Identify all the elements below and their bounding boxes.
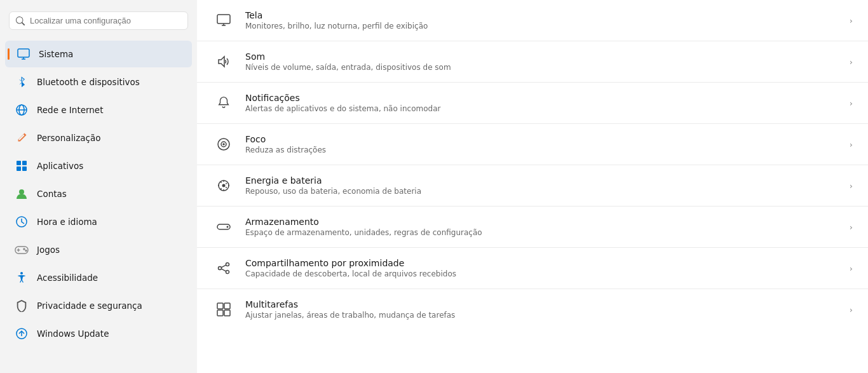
search-box[interactable] [9,11,188,30]
sidebar-label-windows-update: Windows Update [37,329,109,339]
compartilhamento-text: Compartilhamento por proximidade Capacid… [245,258,839,278]
svg-point-17 [20,272,23,275]
settings-list: Tela Monitores, brilho, luz noturna, per… [197,0,868,330]
energia-chevron: › [850,181,853,191]
energia-title: Energia e bateria [245,175,839,186]
sidebar: Sistema Bluetooth e dispositivos Rede e … [0,0,197,373]
energia-text: Energia e bateria Repouso, uso da bateri… [245,175,839,196]
sidebar-item-jogos[interactable]: Jogos [5,236,192,263]
aplicativos-icon [14,158,29,173]
energia-icon [212,174,235,197]
som-desc: Níveis de volume, saída, entrada, dispos… [245,63,839,72]
compartilhamento-title: Compartilhamento por proximidade [245,258,839,268]
sidebar-item-acessibilidade[interactable]: Acessibilidade [5,264,192,291]
svg-point-15 [24,248,25,250]
armazenamento-title: Armazenamento [245,217,839,227]
sidebar-item-sistema[interactable]: Sistema [5,41,192,67]
settings-item-compartilhamento[interactable]: Compartilhamento por proximidade Capacid… [197,248,868,289]
sidebar-label-jogos: Jogos [37,245,60,255]
tela-title: Tela [245,10,839,20]
settings-item-som[interactable]: Som Níveis de volume, saída, entrada, di… [197,41,868,83]
foco-title: Foco [245,134,839,144]
som-chevron: › [850,57,853,67]
notificacoes-desc: Alertas de aplicativos e do sistema, não… [245,104,839,113]
svg-point-31 [219,267,222,270]
notificacoes-chevron: › [850,98,853,108]
svg-line-34 [222,269,226,271]
notificacoes-title: Notificações [245,93,839,103]
sidebar-label-aplicativos: Aplicativos [37,161,83,171]
svg-point-27 [222,184,226,187]
compartilhamento-icon [212,257,235,280]
multitarefas-title: Multitarefas [245,299,839,309]
sidebar-item-hora[interactable]: Hora e idioma [5,208,192,235]
contas-icon [14,186,29,201]
svg-rect-38 [224,310,230,316]
multitarefas-icon [212,298,235,321]
armazenamento-chevron: › [850,222,853,232]
settings-item-notificacoes[interactable]: Notificações Alertas de aplicativos e do… [197,83,868,124]
sidebar-item-bluetooth[interactable]: Bluetooth e dispositivos [5,69,192,95]
jogos-icon [14,242,29,257]
svg-point-16 [25,250,27,252]
sidebar-label-bluetooth: Bluetooth e dispositivos [37,77,140,87]
sidebar-item-windows-update[interactable]: Windows Update [5,320,192,347]
settings-item-armazenamento[interactable]: Armazenamento Espaço de armazenamento, u… [197,207,868,248]
svg-point-10 [19,189,24,194]
search-icon [16,17,25,25]
sidebar-label-privacidade: Privacidade e segurança [37,301,142,311]
armazenamento-text: Armazenamento Espaço de armazenamento, u… [245,217,839,237]
compartilhamento-chevron: › [850,264,853,273]
foco-text: Foco Reduza as distrações [245,134,839,154]
notificacoes-text: Notificações Alertas de aplicativos e do… [245,93,839,113]
tela-chevron: › [850,16,853,25]
sidebar-label-sistema: Sistema [39,49,73,59]
armazenamento-desc: Espaço de armazenamento, unidades, regra… [245,228,839,237]
sidebar-item-privacidade[interactable]: Privacidade e segurança [5,292,192,319]
settings-item-energia[interactable]: Energia e bateria Repouso, uso da bateri… [197,165,868,207]
sidebar-item-contas[interactable]: Contas [5,180,192,207]
svg-rect-37 [217,310,223,316]
svg-rect-20 [217,15,230,24]
sidebar-label-rede: Rede e Internet [37,105,103,115]
svg-rect-0 [18,49,29,57]
svg-rect-9 [22,166,27,171]
svg-point-29 [227,226,229,228]
windows-update-icon [14,326,29,341]
multitarefas-text: Multitarefas Ajustar janelas, áreas de t… [245,299,839,320]
sidebar-label-personalizacao: Personalização [37,133,100,143]
compartilhamento-desc: Capacidade de descoberta, local de arqui… [245,269,839,278]
sidebar-item-rede[interactable]: Rede e Internet [5,97,192,123]
sidebar-item-personalizacao[interactable]: Personalização [5,125,192,151]
settings-item-multitarefas[interactable]: Multitarefas Ajustar janelas, áreas de t… [197,289,868,330]
multitarefas-chevron: › [850,305,853,315]
svg-rect-8 [17,166,21,171]
settings-item-tela[interactable]: Tela Monitores, brilho, luz noturna, per… [197,0,868,41]
sistema-icon [16,46,31,62]
som-icon [212,50,235,73]
foco-icon [212,133,235,156]
som-title: Som [245,51,839,62]
hora-icon [14,214,29,229]
tela-text: Tela Monitores, brilho, luz noturna, per… [245,10,839,31]
tela-icon [212,9,235,32]
foco-chevron: › [850,140,853,149]
sidebar-label-hora: Hora e idioma [37,217,97,227]
svg-rect-6 [17,161,21,165]
svg-rect-7 [22,161,27,165]
svg-line-33 [222,265,226,268]
energia-desc: Repouso, uso da bateria, economia de bat… [245,187,839,196]
main-content: Tela Monitores, brilho, luz noturna, per… [197,0,868,373]
svg-point-25 [223,144,224,145]
privacidade-icon [14,298,29,313]
sidebar-item-aplicativos[interactable]: Aplicativos [5,153,192,179]
search-input[interactable] [30,16,181,25]
sidebar-label-acessibilidade: Acessibilidade [37,273,98,283]
armazenamento-icon [212,215,235,238]
tela-desc: Monitores, brilho, luz noturna, perfil d… [245,22,839,31]
notificacoes-icon [212,92,235,114]
settings-item-foco[interactable]: Foco Reduza as distrações › [197,124,868,165]
acessibilidade-icon [14,270,29,285]
bluetooth-icon [14,74,29,90]
multitarefas-desc: Ajustar janelas, áreas de trabalho, muda… [245,311,839,320]
